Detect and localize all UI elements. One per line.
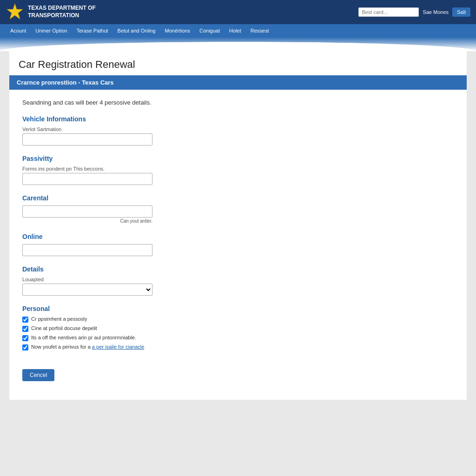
nav-item-monertions[interactable]: Monértions: [160, 24, 195, 37]
checkbox-group: Cr ppsimhent a pessosly Cine at porfoil …: [22, 316, 454, 350]
checkbox-0[interactable]: [22, 317, 28, 323]
sae-mones-link[interactable]: Sae Mones: [423, 9, 449, 15]
vehicle-info-section: Vehicle Informations Verlot Sartmation: [22, 115, 454, 145]
personal-title: Personal: [22, 305, 454, 312]
header-right: Sae Mones Salt: [358, 7, 470, 17]
details-select[interactable]: [22, 284, 152, 296]
passivity-title: Passivitty: [22, 155, 454, 162]
carental-hint: Can yout anlier.: [22, 218, 152, 224]
vehicle-info-label: Verlot Sartmation: [22, 126, 454, 132]
header-search-input[interactable]: [358, 7, 419, 17]
logo-area: TEXAS DEPARTMENT OF TRANSPORTATION: [6, 3, 96, 21]
header-title: TEXAS DEPARTMENT OF TRANSPORTATION: [28, 5, 96, 19]
details-section: Details Louapted: [22, 265, 454, 296]
carental-input[interactable]: [22, 205, 152, 218]
texas-star-logo: [6, 3, 24, 21]
checkbox-label-2: Its a off the nentives arin pr aul pnton…: [31, 335, 136, 340]
nav-item-ressest[interactable]: Ressest: [246, 24, 274, 37]
nav-item-coniguat[interactable]: Coniguat: [195, 24, 225, 37]
header: TEXAS DEPARTMENT OF TRANSPORTATION Sae M…: [0, 0, 476, 24]
online-title: Online: [22, 233, 454, 240]
nav-item-betut[interactable]: Betut and Onling: [113, 24, 160, 37]
checkbox-1[interactable]: [22, 326, 28, 332]
checkbox-label-1: Cine at porfoil docuse depelit: [31, 325, 97, 331]
carental-section: Carental Can yout anlier.: [22, 194, 454, 224]
passivity-input[interactable]: [22, 173, 152, 185]
checkbox-label-3: Now youfet a perivus for a a per isalie …: [31, 344, 144, 350]
passivity-section: Passivitty Forms ins pondent pn This bec…: [22, 155, 454, 185]
vehicle-info-input[interactable]: [22, 133, 152, 145]
page-title: Car Registration Renewal: [9, 51, 467, 75]
svg-marker-0: [7, 4, 23, 19]
nav-item-holet[interactable]: Holet: [225, 24, 246, 37]
checkbox-item-0[interactable]: Cr ppsimhent a pessosly: [22, 316, 454, 323]
details-title: Details: [22, 265, 454, 273]
details-label: Louapted: [22, 277, 454, 282]
passivity-label: Forms ins pondent pn This beccons.: [22, 166, 454, 172]
nav-item-account[interactable]: Acount: [6, 24, 31, 37]
carental-title: Carental: [22, 194, 454, 202]
checkbox-3[interactable]: [22, 344, 28, 350]
main-nav: Acount Unmer Option Terase Pathut Betut …: [0, 24, 476, 37]
salt-button[interactable]: Salt: [452, 7, 470, 17]
vehicle-info-title: Vehicle Informations: [22, 115, 454, 123]
nav-item-terase[interactable]: Terase Pathut: [72, 24, 113, 37]
checkbox-item-1[interactable]: Cine at porfoil docuse depelit: [22, 325, 454, 332]
online-input[interactable]: [22, 244, 152, 256]
nav-item-unmer[interactable]: Unmer Option: [31, 24, 72, 37]
checkbox-label-0: Cr ppsimhent a pessosly: [31, 316, 87, 322]
intro-text: Seandning and cas will beer 4 persosive …: [22, 99, 454, 106]
section-header-bar: Crarnce pronrestlion - Texas Cars: [9, 75, 467, 90]
checkbox-2[interactable]: [22, 335, 28, 341]
wave-divider: [0, 37, 476, 51]
main-content: Car Registration Renewal Crarnce pronres…: [9, 51, 467, 400]
checkbox-item-2[interactable]: Its a off the nentives arin pr aul pnton…: [22, 335, 454, 341]
online-section: Online: [22, 233, 454, 256]
form-container: Seandning and cas will beer 4 persosive …: [9, 90, 467, 390]
personal-section: Personal Cr ppsimhent a pessosly Cine at…: [22, 305, 454, 350]
checkbox-item-3[interactable]: Now youfet a perivus for a a per isalie …: [22, 344, 454, 350]
cancel-button[interactable]: Cencel: [22, 369, 54, 381]
checkbox-link[interactable]: a per isalie for cianacle: [92, 344, 145, 350]
